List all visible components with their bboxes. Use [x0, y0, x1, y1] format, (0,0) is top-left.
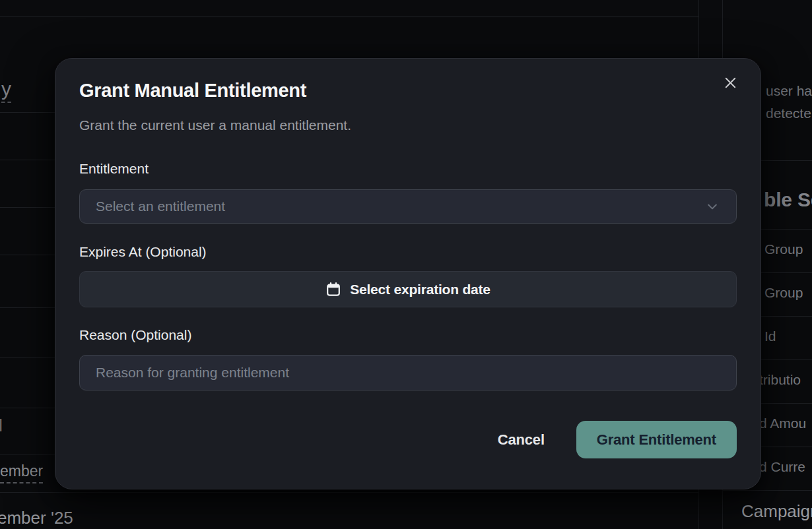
- note-line-2: detecte: [766, 102, 812, 125]
- chevron-down-icon: [706, 200, 719, 213]
- panel-row-label: d Amou: [759, 416, 806, 431]
- grant-manual-entitlement-dialog: Grant Manual Entitlement Grant the curre…: [55, 58, 761, 489]
- dialog-subtitle: Grant the current user a manual entitlem…: [79, 117, 737, 134]
- panel-row-label: Id: [764, 328, 776, 344]
- expiration-date-button[interactable]: Select expiration date: [79, 271, 737, 307]
- panel-row-label: tributio: [759, 372, 801, 388]
- background-panel-heading-fragment: ble Se: [764, 189, 812, 211]
- panel-row-label: Group: [764, 241, 803, 257]
- grant-entitlement-button[interactable]: Grant Entitlement: [576, 421, 737, 458]
- close-button[interactable]: [721, 73, 739, 92]
- close-icon: [723, 75, 738, 90]
- background-date-fragment-2: ember '25: [0, 508, 73, 528]
- dialog-title: Grant Manual Entitlement: [79, 78, 737, 102]
- background-table-header-fragment: y: [1, 78, 11, 100]
- panel-row-label: d Curre: [759, 459, 805, 475]
- divider: [0, 16, 698, 17]
- entitlement-select[interactable]: Select an entitlement: [79, 189, 737, 224]
- reason-input[interactable]: [79, 355, 737, 390]
- note-line-1: user has: [766, 80, 812, 102]
- expiration-date-button-label: Select expiration date: [350, 282, 491, 297]
- background-campaign-label-fragment: Campaign: [741, 501, 812, 522]
- reason-field-label: Reason (Optional): [79, 327, 737, 344]
- cancel-button[interactable]: Cancel: [495, 426, 547, 454]
- entitlement-field-label: Entitlement: [79, 160, 737, 177]
- dialog-footer: Cancel Grant Entitlement: [79, 421, 737, 458]
- divider: [723, 490, 812, 491]
- background-value-fragment: l: [0, 416, 3, 435]
- background-note-text: user has detecte: [766, 80, 812, 125]
- entitlement-select-placeholder: Select an entitlement: [96, 199, 706, 214]
- calendar-icon: [325, 282, 341, 297]
- expires-field-label: Expires At (Optional): [79, 243, 737, 261]
- panel-row-label: Group: [764, 285, 803, 301]
- background-date-fragment: ember: [0, 462, 43, 480]
- divider: [0, 492, 698, 493]
